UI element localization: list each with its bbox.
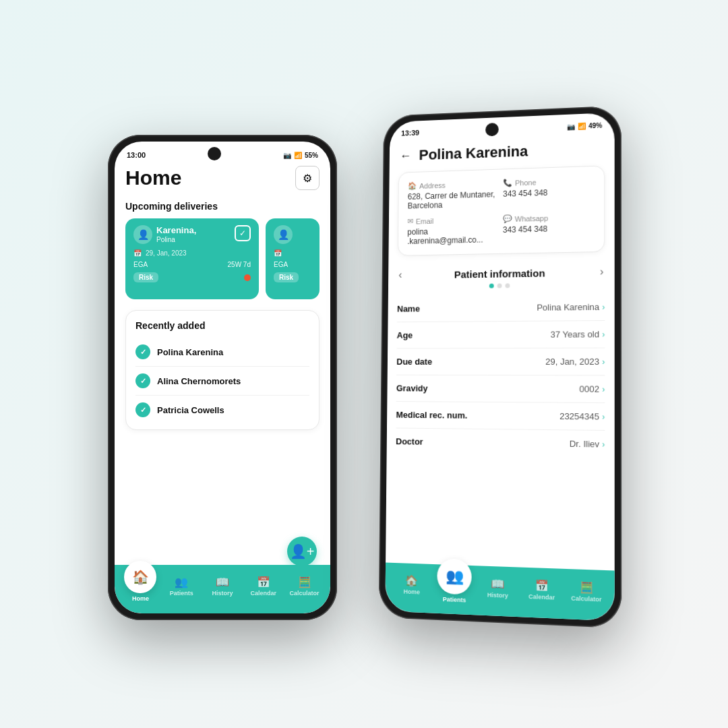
history-icon-1: 📖 xyxy=(216,577,229,588)
patients-icon-2: 👥 xyxy=(446,567,464,585)
notch-2 xyxy=(485,123,499,136)
recent-item-1[interactable]: ✓ Alina Chernomorets xyxy=(135,367,309,396)
battery-2: 📷 📶 49% xyxy=(567,121,603,130)
home-icon-2: 🏠 xyxy=(405,575,419,586)
status-bar-1: 13:00 📷 📶 55% xyxy=(115,142,330,166)
risk-dot-1 xyxy=(244,274,251,281)
gravidy-value: 0002 › xyxy=(580,384,605,394)
time-2: 13:39 xyxy=(401,129,419,138)
duedate-value: 29, Jan, 2023 › xyxy=(545,357,605,367)
whatsapp-label: 💬 Whatsapp xyxy=(503,212,595,223)
add-patient-icon: 👤+ xyxy=(290,543,315,559)
medrecnum-value: 23254345 › xyxy=(559,411,605,422)
card-patient-1: Karenina, Polina xyxy=(156,225,196,244)
notch-1 xyxy=(208,147,221,160)
avatar-icon-1: 👤 xyxy=(133,225,152,244)
battery-1: 📷 📶 55% xyxy=(283,152,318,159)
info-next-button[interactable]: › xyxy=(600,266,603,278)
home-content: Home ⚙ Upcoming deliveries 👤 xyxy=(115,166,330,577)
phone-patient: 13:39 📷 📶 49% ← Polina Karenina 🏠 xyxy=(379,105,622,628)
card-risk-1: Risk xyxy=(133,272,251,282)
recent-item-2[interactable]: ✓ Patricia Cowells xyxy=(135,396,309,424)
home-header: Home ⚙ xyxy=(125,166,320,190)
email-field: ✉ Email polina .karenina@gmail.co... xyxy=(407,215,496,246)
nav-patients-2[interactable]: 👥 Patients xyxy=(433,570,476,604)
recently-added-box: Recently added ✓ Polina Karenina ✓ Alina… xyxy=(125,310,320,430)
duedate-label: Due date xyxy=(396,357,432,367)
calendar-icon-1: 📅 xyxy=(257,577,270,588)
info-row-doctor[interactable]: Doctor Dr. Iliev › xyxy=(396,428,605,457)
bottom-nav-1: 🏠 Home 👥 Patients 📖 History 📅 Calendar xyxy=(115,565,330,613)
chevron-icon-2: ✓ xyxy=(135,402,150,417)
nav-patients-1[interactable]: 👥 Patients xyxy=(161,577,202,597)
home-icon-1: 🏠 xyxy=(132,569,149,585)
card-ega-1: EGA 25W 7d xyxy=(133,261,251,268)
info-prev-button[interactable]: ‹ xyxy=(398,269,402,281)
phone-label: 📞 Phone xyxy=(503,176,595,187)
name-label: Name xyxy=(397,304,420,314)
delivery-cards-container: 👤 Karenina, Polina ✓ 📅 29, Jan, 2023 xyxy=(125,218,320,299)
card-date-1: 📅 29, Jan, 2023 xyxy=(133,249,251,257)
name-value: Polina Karenina › xyxy=(537,302,605,313)
gravidy-label: Gravidy xyxy=(396,383,428,393)
address-value: 628, Carrer de Muntaner, Barcelona xyxy=(408,189,497,210)
nav-calendar-2[interactable]: 📅 Calendar xyxy=(520,579,564,601)
recent-item-0[interactable]: ✓ Polina Karenina xyxy=(135,338,309,367)
add-patient-fab[interactable]: 👤+ xyxy=(287,537,317,566)
medrecnum-label: Medical rec. num. xyxy=(396,410,468,421)
calculator-icon-2: 🧮 xyxy=(580,582,594,593)
nav-calculator-1[interactable]: 🧮 Calculator xyxy=(284,577,325,597)
card-ega-2: EGA xyxy=(274,261,311,268)
nav-history-1[interactable]: 📖 History xyxy=(202,577,243,597)
recently-section-title: Recently added xyxy=(135,320,309,331)
info-row-age[interactable]: Age 37 Years old › xyxy=(396,321,605,348)
phone-field: 📞 Phone 343 454 348 xyxy=(503,176,595,208)
info-rows-container: Name Polina Karenina › Age 37 Years old … xyxy=(387,293,615,458)
address-label: 🏠 Address xyxy=(408,179,497,191)
phone-value: 343 454 348 xyxy=(503,187,595,199)
chevron-icon-0: ✓ xyxy=(135,344,150,359)
dot-1 xyxy=(489,284,493,289)
card-risk-2: Risk xyxy=(274,272,311,282)
chevron-icon-1: ✓ xyxy=(135,373,150,388)
phone-home: 13:00 📷 📶 55% Home ⚙ Upcoming xyxy=(108,135,337,620)
scene: 13:00 📷 📶 55% Home ⚙ Upcoming xyxy=(0,0,728,728)
email-value: polina .karenina@gmail.co... xyxy=(407,225,496,245)
email-label: ✉ Email xyxy=(407,215,496,226)
info-row-medrecnum[interactable]: Medical rec. num. 23254345 › xyxy=(396,402,605,431)
check-icon-1: ✓ xyxy=(235,225,251,241)
patient-title: Polina Karenina xyxy=(419,143,528,164)
dot-2 xyxy=(497,283,502,288)
avatar-icon-2: 👤 xyxy=(274,225,293,244)
time-1: 13:00 xyxy=(127,151,146,159)
whatsapp-value: 343 454 348 xyxy=(503,223,595,235)
doctor-value: Dr. Iliev › xyxy=(570,439,605,450)
delivery-card-2[interactable]: 👤 📅 EGA Risk xyxy=(266,218,320,299)
nav-calculator-2[interactable]: 🧮 Calculator xyxy=(564,581,609,603)
calculator-icon-1: 🧮 xyxy=(298,577,311,588)
patients-icon-1: 👥 xyxy=(175,577,188,588)
address-field: 🏠 Address 628, Carrer de Muntaner, Barce… xyxy=(408,179,497,211)
age-value: 37 Years old › xyxy=(550,329,605,340)
patient-info-title: Patient information xyxy=(454,267,545,280)
patient-info-header: ‹ Patient information › xyxy=(388,262,615,285)
info-row-duedate[interactable]: Due date 29, Jan, 2023 › xyxy=(396,348,605,376)
settings-button[interactable]: ⚙ xyxy=(295,166,320,190)
calendar-icon-2: 📅 xyxy=(535,580,548,591)
contact-card: 🏠 Address 628, Carrer de Muntaner, Barce… xyxy=(398,165,605,255)
nav-history-2[interactable]: 📖 History xyxy=(476,578,520,599)
info-row-name[interactable]: Name Polina Karenina › xyxy=(397,293,605,322)
nav-calendar-1[interactable]: 📅 Calendar xyxy=(243,577,284,597)
doctor-label: Doctor xyxy=(396,436,423,446)
card-date-2: 📅 xyxy=(274,249,311,257)
history-icon-2: 📖 xyxy=(491,578,504,590)
dot-3 xyxy=(505,283,510,288)
nav-home-1[interactable]: 🏠 Home xyxy=(120,572,161,602)
info-row-gravidy[interactable]: Gravidy 0002 › xyxy=(396,375,605,403)
nav-home-2[interactable]: 🏠 Home xyxy=(390,574,433,596)
delivery-card-1[interactable]: 👤 Karenina, Polina ✓ 📅 29, Jan, 2023 xyxy=(125,218,259,299)
upcoming-section-title: Upcoming deliveries xyxy=(125,201,320,212)
age-label: Age xyxy=(397,330,413,340)
gear-icon: ⚙ xyxy=(303,172,312,185)
back-button[interactable]: ← xyxy=(400,149,411,163)
